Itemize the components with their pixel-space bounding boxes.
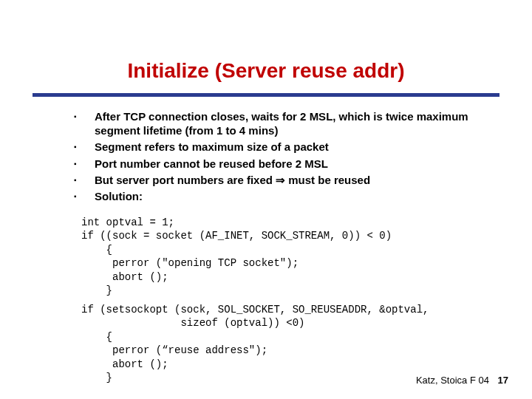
bullet-text-part: must be reused [285, 174, 370, 186]
bullet-icon: ▪ [74, 109, 95, 137]
bullet-list: ▪ After TCP connection closes, waits for… [74, 109, 480, 205]
slide-title: Initialize (Server reuse addr) [0, 59, 532, 83]
bullet-icon: ▪ [74, 189, 95, 203]
list-item: ▪ After TCP connection closes, waits for… [74, 109, 480, 137]
slide-footer: Katz, Stoica F 04 17 [416, 375, 508, 386]
bullet-text: Port number cannot be reused before 2 MS… [95, 157, 480, 171]
list-item: ▪ But server port numbers are fixed ⇒ mu… [74, 173, 480, 187]
code-block-2: if (setsockopt (sock, SOL_SOCKET, SO_REU… [81, 303, 480, 385]
title-underline [33, 93, 499, 97]
bullet-icon: ▪ [74, 157, 95, 171]
bullet-icon: ▪ [74, 173, 95, 187]
slide: Initialize (Server reuse addr) ▪ After T… [0, 0, 532, 399]
list-item: ▪ Segment refers to maximum size of a pa… [74, 140, 480, 154]
bullet-text: Segment refers to maximum size of a pack… [95, 140, 480, 154]
list-item: ▪ Port number cannot be reused before 2 … [74, 157, 480, 171]
bullet-text: After TCP connection closes, waits for 2… [95, 109, 480, 137]
page-number: 17 [498, 375, 508, 386]
bullet-text-part: But server port numbers are fixed [95, 174, 276, 186]
code-block-1: int optval = 1; if ((sock = socket (AF_I… [81, 216, 480, 298]
footer-credit: Katz, Stoica F 04 [416, 375, 489, 386]
bullet-text: But server port numbers are fixed ⇒ must… [95, 173, 480, 187]
bullet-icon: ▪ [74, 140, 95, 154]
implies-arrow-icon: ⇒ [276, 174, 285, 186]
list-item: ▪ Solution: [74, 189, 480, 203]
bullet-text: Solution: [95, 189, 480, 203]
